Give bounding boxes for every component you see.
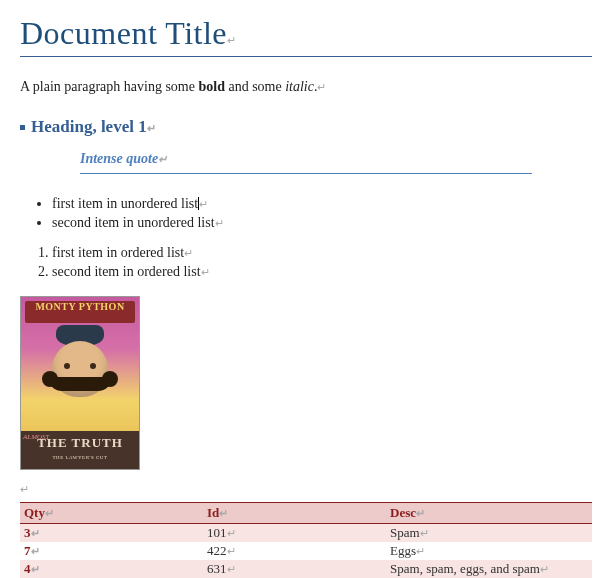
th-text: Qty (24, 505, 45, 520)
pilcrow: ↵ (420, 527, 429, 539)
pilcrow: ↵ (199, 198, 208, 210)
ordered-list: first item in ordered list↵ second item … (20, 245, 592, 280)
pilcrow: ↵ (31, 563, 40, 575)
image-eyes-icon (60, 363, 100, 371)
intense-quote-text: Intense quote↵ (80, 151, 532, 167)
table-cell-desc: Spam↵ (386, 524, 592, 543)
image-truth-text: THE TRUTH (37, 435, 123, 450)
td-text: 101 (207, 525, 227, 540)
table-cell-desc: Spam, spam, eggs, and spam↵ (386, 560, 592, 578)
para-pre: A plain paragraph having some (20, 79, 198, 94)
title-text: Document Title (20, 15, 227, 51)
list-item: second item in unordered list↵ (52, 215, 592, 231)
table-cell-id: 422↵ (203, 542, 386, 560)
table-header-desc: Desc↵ (386, 503, 592, 524)
table-header-id: Id↵ (203, 503, 386, 524)
pilcrow: ↵ (227, 563, 236, 575)
list-item: first item in ordered list↵ (52, 245, 592, 261)
pilcrow: ↵ (227, 545, 236, 557)
table-row: 3↵ 101↵ Spam↵ (20, 524, 592, 543)
para-bold: bold (198, 79, 224, 94)
pilcrow: ↵ (184, 247, 193, 259)
list-item: second item in ordered list↵ (52, 264, 592, 280)
embedded-image: MONTY PYTHON ALMOST THE TRUTH THE LAWYER… (20, 296, 140, 470)
th-text: Desc (390, 505, 416, 520)
table-cell-qty: 7↵ (20, 542, 203, 560)
pilcrow: ↵ (416, 507, 425, 519)
td-text: Eggs (390, 543, 416, 558)
table-row: 4↵ 631↵ Spam, spam, eggs, and spam↵ (20, 560, 592, 578)
pilcrow: ↵ (227, 527, 236, 539)
pilcrow: ↵ (31, 545, 40, 557)
para-italic: italic (285, 79, 314, 94)
th-text: Id (207, 505, 219, 520)
image-almost-text: ALMOST (23, 433, 49, 441)
image-sub-text: THE LAWYER'S CUT (21, 455, 139, 460)
heading-bullet-icon (20, 125, 25, 130)
pilcrow: ↵ (317, 81, 326, 93)
image-mustache-icon (48, 377, 112, 391)
table-header-row: Qty↵ Id↵ Desc↵ (20, 503, 592, 524)
pilcrow: ↵ (31, 527, 40, 539)
table-cell-desc: Eggs↵ (386, 542, 592, 560)
intense-quote-block: Intense quote↵ (80, 151, 532, 174)
pilcrow: ↵ (215, 217, 224, 229)
image-banner: MONTY PYTHON (25, 301, 135, 323)
list-item: first item in unordered list↵ (52, 196, 592, 212)
table-cell-qty: 4↵ (20, 560, 203, 578)
pilcrow: ↵ (416, 545, 425, 557)
table-cell-qty: 3↵ (20, 524, 203, 543)
pilcrow: ↵ (45, 507, 54, 519)
pilcrow: ↵ (147, 122, 156, 134)
td-text: Spam, spam, eggs, and spam (390, 561, 540, 576)
table-cell-id: 101↵ (203, 524, 386, 543)
unordered-list: first item in unordered list↵ second ite… (20, 196, 592, 231)
td-text: 631 (207, 561, 227, 576)
heading-level-1: Heading, level 1↵ (20, 117, 592, 137)
pilcrow: ↵ (540, 563, 549, 575)
pilcrow: ↵ (227, 34, 237, 46)
heading-text: Heading, level 1 (31, 117, 147, 136)
para-mid: and some (225, 79, 285, 94)
data-table: Qty↵ Id↵ Desc↵ 3↵ 101↵ Spam↵ 7↵ 422↵ Egg… (20, 503, 592, 578)
table-row: 7↵ 422↵ Eggs↵ (20, 542, 592, 560)
list-item-text: second item in unordered list (52, 215, 215, 230)
document-title: Document Title↵ (20, 15, 592, 57)
table-cell-id: 631↵ (203, 560, 386, 578)
intense-quote-value: Intense quote (80, 151, 158, 166)
table-header-qty: Qty↵ (20, 503, 203, 524)
quote-divider (80, 173, 532, 174)
pilcrow: ↵ (201, 266, 210, 278)
list-item-text: first item in unordered list (52, 196, 198, 211)
pilcrow: ↵ (20, 483, 29, 495)
pilcrow: ↵ (219, 507, 228, 519)
plain-paragraph: A plain paragraph having some bold and s… (20, 79, 592, 95)
td-text: 422 (207, 543, 227, 558)
list-item-text: second item in ordered list (52, 264, 201, 279)
td-text: Spam (390, 525, 420, 540)
image-truth-band: ALMOST THE TRUTH THE LAWYER'S CUT (21, 431, 139, 469)
pilcrow: ↵ (158, 153, 167, 165)
list-item-text: first item in ordered list (52, 245, 184, 260)
